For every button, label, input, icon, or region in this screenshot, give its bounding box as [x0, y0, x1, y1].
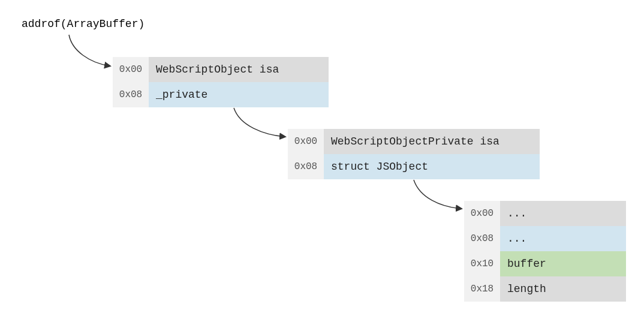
arrow-table1-to-table2 [234, 108, 285, 137]
value-cell: ... [500, 201, 626, 226]
value-cell: length [500, 276, 626, 302]
value-cell: _private [149, 82, 329, 107]
table-row: 0x00 WebScriptObject isa [113, 57, 329, 82]
diagram-title: addrof(ArrayBuffer) [22, 18, 145, 30]
offset-cell: 0x08 [464, 226, 500, 251]
arrow-title-to-table1 [69, 35, 110, 66]
table-row: 0x08 struct JSObject [288, 154, 540, 179]
table-row: 0x00 ... [464, 201, 626, 226]
value-cell: ... [500, 226, 626, 251]
offset-cell: 0x18 [464, 276, 500, 302]
table-row: 0x00 WebScriptObjectPrivate isa [288, 129, 540, 154]
arrow-table2-to-table3 [414, 180, 461, 209]
table-row: 0x10 buffer [464, 251, 626, 276]
table-row: 0x08 ... [464, 226, 626, 251]
memory-table-3: 0x00 ... 0x08 ... 0x10 buffer 0x18 lengt… [464, 201, 626, 302]
offset-cell: 0x08 [288, 154, 324, 179]
table-row: 0x08 _private [113, 82, 329, 107]
offset-cell: 0x00 [288, 129, 324, 154]
memory-table-2: 0x00 WebScriptObjectPrivate isa 0x08 str… [288, 129, 540, 179]
value-cell-buffer: buffer [500, 251, 626, 276]
value-cell: struct JSObject [324, 154, 540, 179]
offset-cell: 0x00 [464, 201, 500, 226]
memory-table-1: 0x00 WebScriptObject isa 0x08 _private [113, 57, 329, 107]
offset-cell: 0x00 [113, 57, 149, 82]
offset-cell: 0x10 [464, 251, 500, 276]
value-cell: WebScriptObjectPrivate isa [324, 129, 540, 154]
offset-cell: 0x08 [113, 82, 149, 107]
value-cell: WebScriptObject isa [149, 57, 329, 82]
table-row: 0x18 length [464, 276, 626, 302]
